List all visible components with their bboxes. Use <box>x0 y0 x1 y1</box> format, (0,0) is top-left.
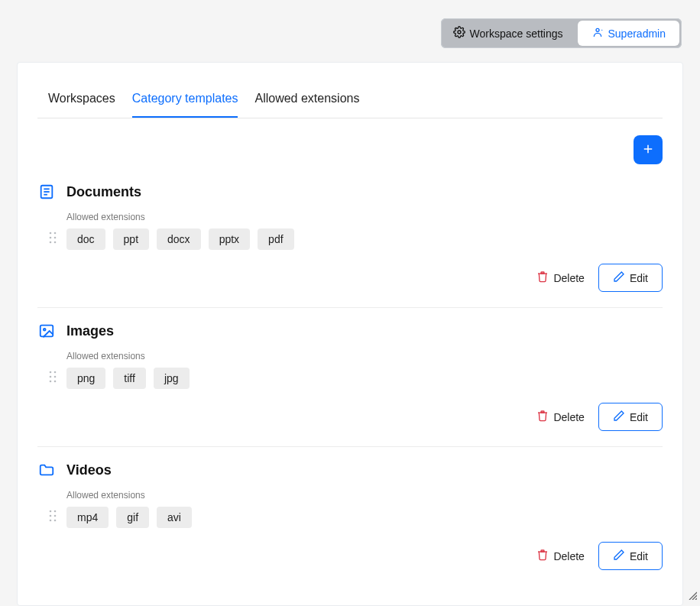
svg-line-30 <box>695 598 697 600</box>
category-title: Documents <box>66 184 141 200</box>
svg-point-19 <box>54 376 57 378</box>
delete-label: Delete <box>553 272 584 284</box>
svg-point-17 <box>54 371 57 374</box>
workspace-settings-button[interactable]: Workspace settings <box>441 18 575 48</box>
extension-chip-list: docpptdocxpptxpdf <box>66 228 294 250</box>
allowed-extensions-label: Allowed extensions <box>66 351 663 361</box>
svg-point-22 <box>50 510 52 513</box>
drag-handle-icon[interactable] <box>48 370 59 387</box>
extension-chip-list: pngtiffjpg <box>66 368 190 389</box>
svg-rect-14 <box>41 326 53 337</box>
plus-icon <box>641 142 655 158</box>
svg-point-16 <box>50 371 52 374</box>
trash-icon <box>536 549 549 563</box>
superadmin-icon <box>591 26 604 41</box>
svg-point-21 <box>54 381 57 383</box>
delete-button[interactable]: Delete <box>536 410 584 424</box>
extension-chip: avi <box>157 507 192 528</box>
delete-button[interactable]: Delete <box>536 271 584 285</box>
document-icon <box>37 183 56 201</box>
svg-point-20 <box>50 381 52 383</box>
svg-point-8 <box>50 232 52 235</box>
svg-point-11 <box>54 237 57 239</box>
svg-point-0 <box>458 31 461 34</box>
extension-chip: tiff <box>113 368 146 389</box>
svg-point-23 <box>54 510 57 513</box>
edit-label: Edit <box>630 411 648 423</box>
pencil-icon <box>613 549 625 563</box>
extension-chip: doc <box>66 228 105 250</box>
svg-point-9 <box>54 232 57 235</box>
delete-button[interactable]: Delete <box>536 549 584 563</box>
category-title: Images <box>66 323 114 339</box>
tab-allowed-extensions[interactable]: Allowed extensions <box>254 81 359 118</box>
delete-label: Delete <box>553 550 584 562</box>
allowed-extensions-label: Allowed extensions <box>66 490 663 501</box>
edit-button[interactable]: Edit <box>598 403 663 431</box>
allowed-extensions-label: Allowed extensions <box>66 212 663 222</box>
tab-workspaces[interactable]: Workspaces <box>48 81 115 118</box>
extension-chip: docx <box>157 228 201 250</box>
workspace-settings-label: Workspace settings <box>470 28 563 40</box>
edit-label: Edit <box>630 550 648 562</box>
superadmin-button[interactable]: Superadmin <box>578 21 680 46</box>
superadmin-label: Superadmin <box>608 28 666 40</box>
delete-label: Delete <box>553 411 584 423</box>
svg-point-13 <box>54 241 57 244</box>
svg-point-12 <box>50 241 52 244</box>
extension-chip: mp4 <box>66 507 109 528</box>
gear-icon <box>453 26 465 41</box>
svg-point-27 <box>54 520 57 522</box>
edit-label: Edit <box>630 272 648 284</box>
image-icon <box>37 322 56 340</box>
settings-toggle-group: Workspace settings Superadmin <box>441 18 682 48</box>
svg-point-15 <box>44 329 46 331</box>
resize-handle-icon[interactable] <box>688 589 697 603</box>
category-title: Videos <box>66 462 112 478</box>
drag-handle-icon[interactable] <box>48 509 59 526</box>
category-row: Videos Allowed extensions mp4gifavi Dele… <box>37 447 663 585</box>
svg-point-1 <box>596 28 599 31</box>
main-panel: Workspaces Category templates Allowed ex… <box>17 62 683 606</box>
extension-chip-list: mp4gifavi <box>66 507 192 528</box>
svg-point-26 <box>50 520 52 522</box>
trash-icon <box>536 410 549 424</box>
svg-point-10 <box>50 237 52 239</box>
drag-handle-icon[interactable] <box>48 231 59 248</box>
svg-point-25 <box>54 515 57 517</box>
extension-chip: pdf <box>258 228 293 250</box>
pencil-icon <box>613 271 625 285</box>
tab-category-templates[interactable]: Category templates <box>132 81 238 118</box>
edit-button[interactable]: Edit <box>598 542 663 570</box>
edit-button[interactable]: Edit <box>598 264 663 292</box>
add-category-button[interactable] <box>634 135 663 164</box>
pencil-icon <box>613 410 625 424</box>
tabs: Workspaces Category templates Allowed ex… <box>37 81 663 118</box>
extension-chip: png <box>66 368 105 389</box>
folder-icon <box>37 461 56 479</box>
category-row: Images Allowed extensions pngtiffjpg Del… <box>37 308 663 447</box>
trash-icon <box>536 271 549 285</box>
extension-chip: gif <box>116 507 149 528</box>
svg-point-18 <box>50 376 52 378</box>
svg-point-24 <box>50 515 52 517</box>
extension-chip: ppt <box>113 228 149 250</box>
extension-chip: pptx <box>209 228 250 250</box>
extension-chip: jpg <box>154 368 190 389</box>
category-row: Documents Allowed extensions docpptdocxp… <box>37 169 663 308</box>
